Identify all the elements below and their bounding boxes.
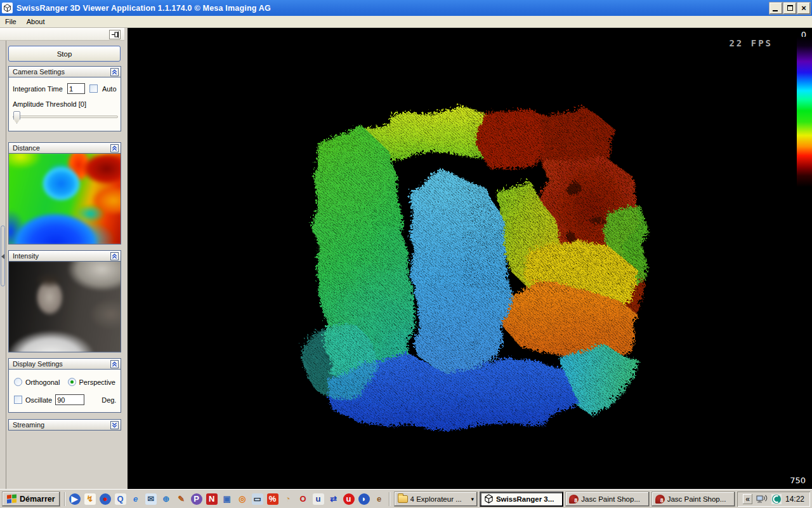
streaming-title: Streaming [13,421,44,429]
viewport-3d[interactable]: 22 FPS 0 750 [128,28,812,489]
start-button[interactable]: Démarrer [2,491,60,507]
intensity-panel: Intensity [8,250,121,352]
quick-launch-bar: ▶↯●Qe✉⊕✎PN▣◎▭%◔Ou⇄u◗e [69,493,385,505]
intensity-header[interactable]: Intensity [8,250,121,262]
menu-about[interactable]: About [22,17,50,27]
swoosh-icon[interactable]: ◗ [358,493,370,505]
perspective-label: Perspective [79,378,115,386]
taskbar: Démarrer ▶↯●Qe✉⊕✎PN▣◎▭%◔Ou⇄u◗e 4 Explora… [0,489,812,508]
pin-button[interactable] [109,30,121,39]
camera-settings-header[interactable]: Camera Settings [8,66,121,77]
chevron-down-icon: ▾ [471,496,474,502]
integration-time-input[interactable] [67,83,85,94]
depth-colorbar [797,37,812,485]
perspective-radio[interactable] [68,378,76,386]
auto-label: Auto [102,85,117,93]
oscillate-label: Oscillate [25,396,52,404]
quicktime-icon[interactable]: Q [115,493,126,505]
collapse-left-icon [1,254,4,259]
media-player-icon[interactable]: ▶ [69,493,81,505]
auto-checkbox[interactable] [89,84,98,93]
u-media-icon[interactable]: u [343,493,355,505]
point-cloud-render [128,28,812,489]
titlebar[interactable]: SwissRanger 3D Viewer Application 1.1.17… [0,0,812,16]
ueye-camera-icon[interactable]: u [313,493,324,505]
intensity-camera-image [8,262,121,352]
restore-button[interactable] [783,3,796,14]
cookie-icon[interactable]: ◔ [282,493,294,505]
oscillate-checkbox[interactable] [14,396,22,404]
messenger-icon[interactable]: P [191,493,202,505]
task-button-explorer-group[interactable]: 4 Explorateur ... ▾ [394,491,478,507]
tray-app-icon[interactable] [771,494,782,504]
task-button-swissranger[interactable]: SwissRanger 3... [480,491,563,507]
menubar: File About [0,16,812,28]
collapse-up-icon[interactable] [110,144,119,152]
orthogonal-radio[interactable] [14,378,22,386]
display-settings-header[interactable]: Display Settings [8,358,121,370]
network-status-icon[interactable] [756,494,768,504]
camera-settings-title: Camera Settings [13,68,65,76]
task-button-paintshop-1[interactable]: 8 Jasc Paint Shop... [565,491,649,507]
splitter-handle[interactable] [1,225,5,286]
slider-thumb[interactable] [13,111,20,124]
ftp-icon[interactable]: ⇄ [328,493,339,505]
stop-button[interactable]: Stop [8,46,121,62]
mail-icon[interactable]: ✉ [145,493,157,505]
console-icon[interactable]: ▭ [252,493,263,505]
camera-settings-panel: Camera Settings Integration Time Auto Am… [8,66,121,131]
taskbar-separator [64,492,65,506]
computer-icon[interactable]: ▣ [221,493,233,505]
task-button-paintshop-2[interactable]: 8 Jasc Paint Shop... [652,491,735,507]
distance-depth-image [8,154,121,244]
taskbar-clock[interactable]: 14:22 [785,495,804,504]
cd-burner-icon[interactable]: ◎ [237,493,248,505]
display-settings-panel: Display Settings Orthogonal Perspective [8,358,121,413]
distance-title: Distance [13,144,40,152]
sidebar-splitter[interactable] [0,41,6,489]
intensity-title: Intensity [13,252,39,260]
streaming-header[interactable]: Streaming [8,419,121,431]
close-icon: × [801,4,806,12]
emule-icon[interactable]: e [374,493,385,505]
restore-icon [787,5,793,11]
zoom-120-icon[interactable]: % [267,493,278,505]
degrees-input[interactable] [55,394,84,405]
orthogonal-label: Orthogonal [25,378,60,386]
collapse-up-icon[interactable] [110,360,119,368]
winamp-icon[interactable]: ↯ [84,493,96,505]
globe-icon[interactable]: ⊕ [160,493,172,505]
cube-icon [484,494,494,504]
collapse-down-icon[interactable] [110,421,119,429]
amplitude-threshold-slider[interactable] [13,116,118,118]
start-label: Démarrer [20,495,55,504]
fps-counter: 22 FPS [729,38,773,48]
paintshop-icon: 8 [655,495,665,504]
distance-panel: Distance [8,142,121,244]
windows-logo-icon [7,494,17,504]
amplitude-threshold-label: Amplitude Threshold [0] [13,100,117,108]
collapse-up-icon[interactable] [110,252,119,260]
internet-explorer-icon[interactable]: e [130,493,141,505]
notes-icon[interactable]: N [206,493,218,505]
pen-icon[interactable]: ✎ [176,493,187,505]
collapse-up-icon[interactable] [110,68,119,76]
app-cube-icon [2,3,13,13]
integration-time-label: Integration Time [13,85,63,93]
pin-icon [111,31,119,38]
distance-header[interactable]: Distance [8,142,121,154]
close-button[interactable]: × [797,3,810,14]
system-tray: « 14:22 [737,491,810,507]
opera-icon[interactable]: O [298,493,309,505]
streaming-panel: Streaming [8,419,121,431]
window-title: SwissRanger 3D Viewer Application 1.1.17… [16,4,769,13]
paintshop-icon: 8 [569,495,579,504]
depth-scale-max-label: 750 [790,476,806,485]
tray-collapse-button[interactable]: « [743,494,752,504]
media-blue-red-icon[interactable]: ● [100,493,111,505]
minimize-button[interactable] [769,3,782,14]
application-window: SwissRanger 3D Viewer Application 1.1.17… [0,0,812,508]
display-settings-title: Display Settings [13,360,63,368]
minimize-icon [773,10,778,11]
menu-file[interactable]: File [0,17,22,27]
